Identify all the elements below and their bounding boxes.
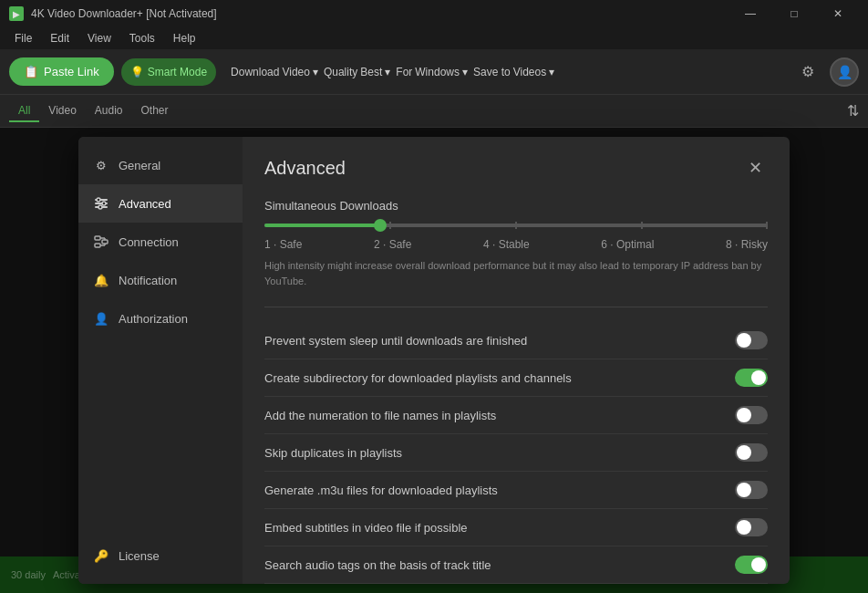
settings-nav: ⚙ General Advanced bbox=[78, 137, 243, 584]
toggle-label-6: Search audio tags on the basis of track … bbox=[264, 558, 491, 572]
download-label: Download bbox=[231, 66, 279, 78]
tick-6 bbox=[641, 222, 643, 229]
slider-warning: High intensity might increase overall do… bbox=[264, 258, 768, 288]
authorization-icon: 👤 bbox=[93, 310, 109, 327]
toggle-knob bbox=[751, 370, 766, 385]
divider bbox=[264, 307, 768, 307]
menu-file[interactable]: File bbox=[7, 30, 39, 47]
general-icon: ⚙ bbox=[93, 157, 109, 173]
toggle-skip-duplicates[interactable] bbox=[735, 443, 768, 462]
close-window-button[interactable]: ✕ bbox=[817, 0, 859, 27]
account-button[interactable]: 👤 bbox=[830, 57, 859, 87]
level-2: 2 · Safe bbox=[374, 238, 411, 251]
videos-label: Videos bbox=[513, 66, 546, 78]
nav-item-authorization[interactable]: 👤 Authorization bbox=[78, 299, 243, 338]
paste-link-button[interactable]: 📋 Paste Link bbox=[9, 57, 114, 86]
tab-audio[interactable]: Audio bbox=[86, 100, 132, 122]
minimize-button[interactable]: — bbox=[729, 0, 771, 27]
toggle-subdirectory[interactable] bbox=[735, 369, 768, 387]
toggle-label-1: Create subdirectory for downloaded playl… bbox=[264, 371, 572, 385]
platform-dropdown[interactable]: For Windows ▾ bbox=[396, 66, 468, 78]
download-type-dropdown[interactable]: Download Video ▾ bbox=[231, 66, 318, 78]
tab-all[interactable]: All bbox=[9, 100, 39, 122]
toggle-row-1: Create subdirectory for downloaded playl… bbox=[264, 359, 768, 397]
smart-icon: 💡 bbox=[130, 66, 144, 78]
menu-help[interactable]: Help bbox=[166, 30, 203, 47]
nav-item-advanced[interactable]: Advanced bbox=[78, 184, 243, 223]
tick-8 bbox=[766, 222, 768, 229]
toggle-prevent-sleep[interactable] bbox=[735, 331, 768, 349]
nav-notification-label: Notification bbox=[119, 274, 177, 287]
tab-other[interactable]: Other bbox=[132, 100, 178, 122]
toggle-numeration[interactable] bbox=[735, 406, 768, 424]
tab-video[interactable]: Video bbox=[39, 100, 85, 122]
nav-item-license[interactable]: 🔑 License bbox=[78, 536, 243, 575]
toggle-row-6: Search audio tags on the basis of track … bbox=[264, 546, 768, 584]
slider-container[interactable] bbox=[264, 224, 768, 227]
settings-icon-button[interactable]: ⚙ bbox=[793, 57, 822, 87]
toggle-knob bbox=[737, 483, 751, 497]
svg-point-5 bbox=[98, 205, 102, 209]
toggle-label-3: Skip duplicates in playlists bbox=[264, 446, 402, 460]
best-label: Best bbox=[360, 66, 382, 78]
nav-item-notification[interactable]: 🔔 Notification bbox=[78, 261, 243, 299]
save-dropdown[interactable]: Save to Videos ▾ bbox=[473, 66, 554, 78]
slider-thumb[interactable] bbox=[374, 219, 387, 232]
notification-icon: 🔔 bbox=[93, 272, 109, 288]
menu-bar: File Edit View Tools Help bbox=[0, 27, 868, 49]
menu-edit[interactable]: Edit bbox=[43, 30, 77, 47]
dropdown-arrow: ▾ bbox=[549, 66, 554, 78]
toggle-subtitles[interactable] bbox=[735, 518, 768, 536]
svg-point-4 bbox=[102, 202, 106, 205]
level-4: 6 · Optimal bbox=[601, 238, 654, 251]
nav-authorization-label: Authorization bbox=[119, 312, 188, 326]
sort-button[interactable]: ⇅ bbox=[847, 102, 859, 120]
quality-dropdown[interactable]: Quality Best ▾ bbox=[324, 66, 390, 78]
toggle-row-0: Prevent system sleep until downloads are… bbox=[264, 322, 768, 359]
connection-icon bbox=[93, 234, 109, 250]
settings-content: Advanced ✕ Simultaneous Downloads bbox=[243, 137, 790, 584]
nav-advanced-label: Advanced bbox=[119, 197, 171, 211]
maximize-button[interactable]: □ bbox=[773, 0, 815, 27]
for-label: For bbox=[396, 66, 412, 78]
level-3: 4 · Stable bbox=[483, 238, 530, 251]
nav-item-general[interactable]: ⚙ General bbox=[78, 146, 243, 184]
slider-fill bbox=[264, 224, 380, 227]
nav-connection-label: Connection bbox=[119, 235, 179, 249]
tick-4 bbox=[515, 222, 517, 229]
quality-label: Quality bbox=[324, 66, 357, 78]
toggle-knob bbox=[737, 408, 751, 422]
video-label: Video bbox=[282, 66, 309, 78]
toggle-label-5: Embed subtitles in video file if possibl… bbox=[264, 521, 468, 535]
menu-tools[interactable]: Tools bbox=[122, 30, 162, 47]
simultaneous-downloads-label: Simultaneous Downloads bbox=[264, 199, 768, 213]
title-bar: ▶ 4K Video Downloader+ [Not Activated] —… bbox=[0, 0, 868, 27]
nav-license-label: License bbox=[119, 549, 160, 563]
toggle-m3u[interactable] bbox=[735, 481, 768, 499]
nav-item-connection[interactable]: Connection bbox=[78, 223, 243, 261]
advanced-icon bbox=[93, 195, 109, 212]
title-bar-left: ▶ 4K Video Downloader+ [Not Activated] bbox=[9, 6, 217, 21]
smart-btn-label: Smart Mode bbox=[148, 66, 207, 78]
smart-mode-button[interactable]: 💡 Smart Mode bbox=[121, 58, 216, 86]
app-title: 4K Video Downloader+ [Not Activated] bbox=[31, 7, 217, 20]
toggle-row-3: Skip duplicates in playlists bbox=[264, 434, 768, 472]
main-content: ⚙ General Advanced bbox=[0, 128, 868, 593]
menu-view[interactable]: View bbox=[80, 30, 119, 47]
toggle-row-2: Add the numeration to file names in play… bbox=[264, 397, 768, 434]
settings-title: Advanced bbox=[264, 158, 346, 179]
close-settings-button[interactable]: ✕ bbox=[742, 155, 768, 181]
toggle-knob bbox=[737, 520, 751, 535]
toggle-label-0: Prevent system sleep until downloads are… bbox=[264, 334, 527, 348]
settings-header: Advanced ✕ bbox=[264, 155, 768, 181]
windows-label: Windows bbox=[415, 66, 460, 78]
toggle-knob bbox=[737, 333, 751, 348]
modal-overlay: ⚙ General Advanced bbox=[0, 128, 868, 593]
toggle-audio-tags[interactable] bbox=[735, 556, 768, 574]
app-icon: ▶ bbox=[9, 6, 24, 21]
paste-icon: 📋 bbox=[24, 65, 38, 78]
toggle-row-4: Generate .m3u files for downloaded playl… bbox=[264, 472, 768, 509]
slider-track bbox=[264, 224, 768, 227]
settings-modal: ⚙ General Advanced bbox=[78, 137, 790, 584]
level-5: 8 · Risky bbox=[726, 238, 768, 251]
